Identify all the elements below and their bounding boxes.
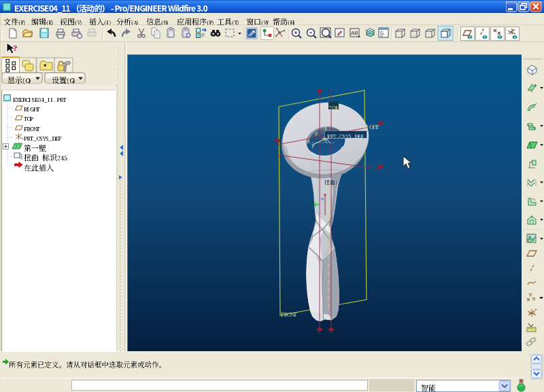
- svg-text:z: z: [315, 131, 318, 137]
- svg-text:*: *: [44, 63, 47, 71]
- svg-text:y: y: [311, 143, 314, 148]
- svg-text:AB: AB: [351, 30, 358, 36]
- svg-text:?: ?: [13, 43, 18, 53]
